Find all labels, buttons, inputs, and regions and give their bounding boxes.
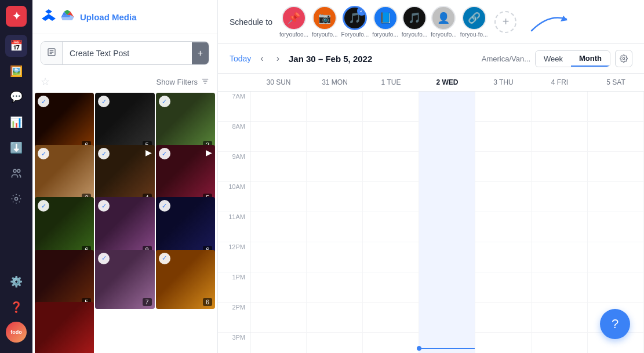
day-col-0[interactable] bbox=[250, 182, 307, 212]
day-col-6[interactable] bbox=[588, 272, 644, 303]
day-col-3[interactable] bbox=[419, 212, 475, 242]
day-col-5[interactable] bbox=[532, 92, 588, 122]
day-col-1[interactable] bbox=[307, 272, 363, 303]
sidebar-item-analytics[interactable]: 📊 bbox=[5, 111, 27, 133]
day-col-4[interactable] bbox=[475, 152, 532, 182]
profile-avatar-5[interactable]: 🎵 bbox=[402, 6, 427, 30]
day-col-0[interactable] bbox=[250, 333, 307, 353]
day-col-4[interactable] bbox=[475, 303, 532, 333]
media-item[interactable]: ✓▶4 bbox=[95, 145, 154, 204]
media-item[interactable] bbox=[35, 302, 94, 353]
day-col-4[interactable] bbox=[475, 122, 532, 152]
prev-week-button[interactable]: ‹ bbox=[257, 52, 267, 65]
profile-avatar-2[interactable]: 📷 bbox=[312, 6, 337, 30]
profile-avatar-4[interactable]: 📘 bbox=[373, 6, 398, 30]
day-col-2[interactable] bbox=[363, 303, 419, 333]
day-col-3[interactable] bbox=[419, 182, 475, 212]
day-col-0[interactable] bbox=[250, 122, 307, 152]
day-col-3[interactable] bbox=[419, 152, 475, 182]
day-col-1[interactable] bbox=[307, 182, 363, 212]
day-col-5[interactable] bbox=[532, 182, 588, 212]
sidebar-item-settings-group[interactable] bbox=[5, 188, 27, 210]
day-col-2[interactable] bbox=[363, 152, 419, 182]
day-col-1[interactable] bbox=[307, 152, 363, 182]
day-col-6[interactable] bbox=[588, 242, 644, 272]
media-item[interactable]: ✓9 bbox=[95, 197, 154, 256]
day-col-6[interactable] bbox=[588, 122, 644, 152]
day-col-1[interactable] bbox=[307, 122, 363, 152]
media-item[interactable]: ✓6 bbox=[35, 93, 94, 152]
day-col-2[interactable] bbox=[363, 212, 419, 242]
day-col-2[interactable] bbox=[363, 242, 419, 272]
day-col-2[interactable] bbox=[363, 92, 419, 122]
profile-avatar-3[interactable]: 🎵✓ bbox=[343, 6, 367, 30]
media-item[interactable]: ✓5 bbox=[95, 93, 154, 152]
create-post-plus-button[interactable]: + bbox=[192, 42, 209, 64]
day-col-0[interactable] bbox=[250, 212, 307, 242]
day-col-4[interactable] bbox=[475, 212, 532, 242]
day-col-5[interactable] bbox=[532, 242, 588, 272]
sidebar-item-help[interactable]: ❓ bbox=[5, 296, 27, 318]
sidebar-item-messages[interactable]: 💬 bbox=[5, 86, 27, 108]
media-item[interactable]: ✓7 bbox=[95, 250, 154, 309]
day-col-3[interactable] bbox=[419, 122, 475, 152]
sidebar-item-media[interactable]: 🖼️ bbox=[5, 60, 27, 82]
day-col-3[interactable] bbox=[419, 303, 475, 333]
media-item[interactable]: ✓6 bbox=[156, 250, 215, 309]
day-col-5[interactable] bbox=[532, 303, 588, 333]
day-col-1[interactable] bbox=[307, 242, 363, 272]
day-col-0[interactable] bbox=[250, 272, 307, 303]
day-col-3[interactable] bbox=[419, 333, 475, 353]
today-button[interactable]: Today bbox=[230, 54, 251, 63]
media-item[interactable]: ✓2 bbox=[156, 93, 215, 152]
media-item[interactable]: 5 bbox=[35, 250, 94, 309]
day-col-1[interactable] bbox=[307, 212, 363, 242]
help-fab-button[interactable]: ? bbox=[600, 309, 630, 339]
profile-avatar-6[interactable]: 👤 bbox=[431, 6, 456, 30]
day-col-6[interactable] bbox=[588, 92, 644, 122]
day-col-6[interactable] bbox=[588, 212, 644, 242]
media-item[interactable]: ✓2 bbox=[35, 145, 94, 204]
day-col-5[interactable] bbox=[532, 152, 588, 182]
day-col-2[interactable] bbox=[363, 272, 419, 303]
day-col-2[interactable] bbox=[363, 122, 419, 152]
day-col-1[interactable] bbox=[307, 92, 363, 122]
avatar[interactable]: fodo bbox=[6, 322, 27, 343]
profile-avatar-7[interactable]: 🔗 bbox=[462, 6, 486, 30]
next-week-button[interactable]: › bbox=[273, 52, 283, 65]
day-col-4[interactable] bbox=[475, 182, 532, 212]
day-col-0[interactable] bbox=[250, 242, 307, 272]
day-col-2[interactable] bbox=[363, 182, 419, 212]
day-col-5[interactable] bbox=[532, 212, 588, 242]
day-col-3[interactable] bbox=[419, 272, 475, 303]
day-col-4[interactable] bbox=[475, 333, 532, 353]
star-filter-icon[interactable]: ☆ bbox=[41, 75, 50, 88]
media-item[interactable]: ✓6 bbox=[35, 197, 94, 256]
day-col-1[interactable] bbox=[307, 303, 363, 333]
day-col-2[interactable] bbox=[363, 333, 419, 353]
day-col-1[interactable] bbox=[307, 333, 363, 353]
day-col-6[interactable] bbox=[588, 152, 644, 182]
add-profile-button[interactable]: + bbox=[494, 11, 516, 33]
day-col-5[interactable] bbox=[532, 333, 588, 353]
sidebar-item-settings[interactable]: ⚙️ bbox=[5, 271, 27, 293]
sidebar-item-team[interactable] bbox=[5, 162, 27, 184]
day-col-4[interactable] bbox=[475, 92, 532, 122]
show-filters-button[interactable]: Show Filters bbox=[156, 77, 209, 87]
sidebar-item-downloads[interactable]: ⬇️ bbox=[5, 137, 27, 159]
day-col-5[interactable] bbox=[532, 272, 588, 303]
day-col-3[interactable] bbox=[419, 242, 475, 272]
day-col-5[interactable] bbox=[532, 122, 588, 152]
day-col-0[interactable] bbox=[250, 152, 307, 182]
sidebar-item-calendar[interactable]: 📅 bbox=[5, 35, 27, 57]
day-col-0[interactable] bbox=[250, 303, 307, 333]
day-col-4[interactable] bbox=[475, 272, 532, 303]
day-col-3[interactable] bbox=[419, 92, 475, 122]
calendar-settings-button[interactable] bbox=[615, 50, 632, 67]
media-item[interactable]: ✓6 bbox=[156, 197, 215, 256]
day-col-6[interactable] bbox=[588, 182, 644, 212]
week-view-button[interactable]: Week bbox=[536, 51, 571, 67]
upload-media-button[interactable]: Upload Media bbox=[80, 12, 137, 22]
month-view-button[interactable]: Month bbox=[571, 51, 610, 67]
profile-avatar-1[interactable]: 📌 bbox=[282, 6, 306, 30]
